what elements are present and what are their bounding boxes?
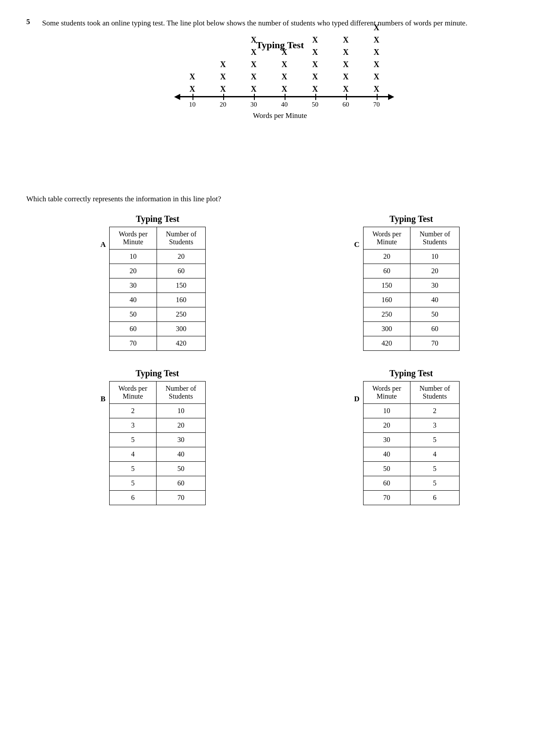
x-mark: X (251, 48, 257, 57)
x-mark: X (374, 36, 379, 45)
table-cell: 20 (157, 418, 206, 432)
x-mark: X (251, 36, 257, 45)
x-mark: X (220, 72, 226, 82)
table-row: 706 (363, 490, 459, 505)
x-mark: X (374, 23, 379, 32)
table-d-col1-header: Words perMinute (363, 381, 410, 403)
x-mark: X (282, 72, 287, 82)
table-row: 60300 (110, 321, 206, 336)
table-a-title: Typing Test (136, 214, 179, 224)
table-cell: 300 (157, 321, 206, 336)
table-cell: 20 (110, 264, 157, 278)
table-cell: 4 (410, 447, 460, 461)
line-plot-chart: X X X X X X X X X X X X X X X X X X X X … (166, 59, 394, 182)
table-row: 670 (109, 490, 205, 505)
table-row: 15030 (363, 278, 459, 292)
tick-label-30: 30 (250, 101, 257, 108)
x-mark: X (374, 48, 379, 57)
table-row: 505 (363, 461, 459, 476)
table-row: 320 (109, 418, 205, 432)
table-c-col2-header: Number ofStudents (410, 227, 460, 249)
table-a: Typing Test Words perMinute Number ofStu… (109, 214, 206, 351)
table-cell: 10 (410, 249, 460, 264)
x-mark: X (312, 72, 318, 82)
table-cell: 10 (157, 403, 206, 418)
table-cell: 60 (363, 264, 410, 278)
table-cell: 420 (157, 336, 206, 350)
table-cell: 50 (110, 307, 157, 321)
question-number: 5 (26, 18, 35, 29)
table-cell: 30 (363, 432, 410, 447)
table-cell: 5 (109, 476, 156, 490)
arrow-right-icon (388, 94, 394, 100)
tick-label-20: 20 (220, 101, 226, 108)
tick-60 (346, 94, 347, 100)
tick-label-40: 40 (281, 101, 288, 108)
tables-row-bd: B Typing Test Words perMinute Number ofS… (26, 368, 534, 505)
table-cell: 50 (410, 307, 460, 321)
table-cell: 3 (109, 418, 156, 432)
table-d-data: Words perMinute Number ofStudents 102203… (363, 381, 460, 505)
table-cell: 40 (110, 292, 157, 307)
table-d-title: Typing Test (389, 368, 433, 378)
table-row: 440 (109, 447, 205, 461)
table-cell: 5 (410, 461, 460, 476)
table-cell: 50 (157, 461, 206, 476)
table-b-label: B (100, 395, 105, 403)
tick-label-50: 50 (312, 101, 318, 108)
tables-row-ac: A Typing Test Words perMinute Number ofS… (26, 214, 534, 351)
x-mark: X (251, 85, 257, 94)
table-row: 50250 (110, 307, 206, 321)
table-cell: 5 (109, 432, 156, 447)
table-cell: 250 (157, 307, 206, 321)
x-mark: X (374, 72, 379, 82)
x-mark: X (343, 72, 349, 82)
question-header: 5 Some students took an online typing te… (26, 18, 534, 29)
table-d: Typing Test Words perMinute Number ofStu… (363, 368, 460, 505)
chart-title: Typing Test (256, 39, 304, 51)
table-a-col1-header: Words perMinute (110, 227, 157, 249)
table-cell: 250 (363, 307, 410, 321)
table-b: Typing Test Words perMinute Number ofStu… (109, 368, 206, 505)
table-d-section: D Typing Test Words perMinute Number ofS… (354, 368, 459, 505)
table-c-title: Typing Test (389, 214, 433, 224)
table-row: 30150 (110, 278, 206, 292)
table-row: 605 (363, 476, 459, 490)
table-cell: 160 (157, 292, 206, 307)
table-c-label: C (354, 240, 360, 249)
table-b-data: Words perMinute Number ofStudents 210320… (109, 381, 206, 505)
x-mark: X (282, 48, 287, 57)
table-cell: 10 (363, 403, 410, 418)
table-cell: 30 (157, 432, 206, 447)
table-b-col1-header: Words perMinute (109, 381, 156, 403)
tick-20 (223, 94, 224, 100)
table-row: 40160 (110, 292, 206, 307)
table-cell: 150 (157, 278, 206, 292)
table-cell: 10 (110, 249, 157, 264)
tick-label-60: 60 (342, 101, 349, 108)
arrow-left-icon (174, 94, 180, 100)
table-a-section: A Typing Test Words perMinute Number ofS… (100, 214, 206, 351)
table-c-section: C Typing Test Words perMinute Number ofS… (354, 214, 460, 351)
table-row: 102 (363, 403, 459, 418)
table-cell: 60 (110, 321, 157, 336)
tick-40 (285, 94, 285, 100)
table-b-section: B Typing Test Words perMinute Number ofS… (100, 368, 205, 505)
table-row: 42070 (363, 336, 459, 350)
table-row: 203 (363, 418, 459, 432)
table-row: 70420 (110, 336, 206, 350)
table-cell: 150 (363, 278, 410, 292)
table-row: 6020 (363, 264, 459, 278)
table-cell: 5 (410, 476, 460, 490)
table-cell: 70 (110, 336, 157, 350)
table-cell: 40 (157, 447, 206, 461)
tick-label-70: 70 (373, 101, 380, 108)
table-cell: 2 (109, 403, 156, 418)
table-row: 2060 (110, 264, 206, 278)
x-mark: X (374, 60, 379, 69)
tick-10 (193, 94, 193, 100)
x-mark: X (374, 85, 379, 94)
table-cell: 60 (363, 476, 410, 490)
table-row: 210 (109, 403, 205, 418)
table-row: 550 (109, 461, 205, 476)
